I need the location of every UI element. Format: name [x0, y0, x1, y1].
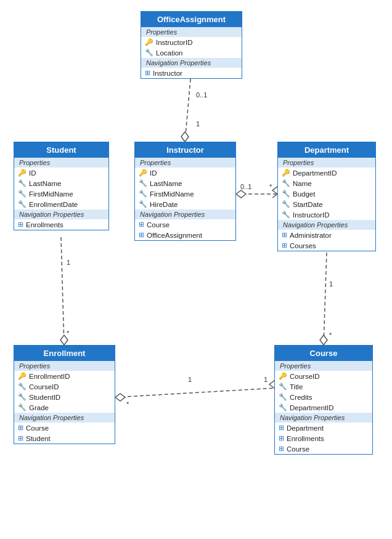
prop-name: LastName [29, 180, 61, 187]
prop-name: StartDate [293, 201, 323, 208]
entity-instructor: Instructor Properties 🔑 ID 🔧 LastName 🔧 … [134, 142, 236, 241]
student-props-label: Properties [14, 158, 108, 168]
course-header: Course [275, 346, 372, 361]
svg-line-9 [115, 388, 274, 397]
nav-icon: ⊞ [282, 241, 287, 249]
officeassignment-props-label: Properties [141, 27, 242, 37]
instructor-nav-label: Navigation Properties [135, 209, 235, 219]
enrollment-header: Enrollment [14, 346, 115, 361]
course-nav-label: Navigation Properties [275, 413, 372, 423]
svg-marker-10 [115, 394, 125, 401]
officeassignment-header: OfficeAssignment [141, 12, 242, 27]
prop-row: 🔑 ID [135, 168, 235, 178]
prop-name: Grade [29, 404, 49, 411]
prop-name: FirstMidName [29, 190, 73, 198]
prop-row: 🔧 StudentID [14, 392, 115, 402]
nav-icon: ⊞ [18, 221, 23, 229]
department-nav-label: Navigation Properties [278, 220, 375, 230]
wrench-icon: 🔧 [145, 49, 153, 57]
key-icon: 🔑 [139, 169, 147, 177]
prop-row: 🔑 InstructorID [141, 37, 242, 47]
prop-name: LastName [150, 180, 182, 187]
enrollment-props-label: Properties [14, 361, 115, 371]
wrench-icon: 🔧 [282, 211, 290, 219]
wrench-icon: 🔧 [279, 383, 287, 391]
svg-marker-3 [236, 190, 246, 198]
prop-name: HireDate [150, 201, 178, 208]
svg-line-0 [185, 73, 191, 142]
prop-name: EnrollmentDate [29, 201, 78, 208]
prop-name: CourseID [29, 383, 59, 391]
instructor-header: Instructor [135, 142, 235, 158]
wrench-icon: 🔧 [18, 383, 27, 391]
prop-name: Title [290, 383, 303, 391]
nav-icon: ⊞ [145, 69, 150, 77]
prop-row: 🔑 CourseID [275, 371, 372, 381]
enroll-course-star: * [126, 400, 129, 408]
prop-name: ID [150, 169, 157, 177]
prop-name: Department [287, 424, 324, 432]
prop-row: 🔧 LastName [14, 178, 108, 188]
wrench-icon: 🔧 [18, 190, 27, 198]
prop-name: DepartmentID [293, 169, 337, 177]
department-header: Department [278, 142, 375, 158]
prop-row: 🔧 Grade [14, 402, 115, 413]
nav-icon: ⊞ [139, 231, 144, 239]
prop-row: 🔧 Credits [275, 392, 372, 402]
svg-marker-8 [320, 335, 327, 345]
wrench-icon: 🔧 [18, 403, 27, 411]
key-icon: 🔑 [18, 169, 27, 177]
prop-name: DepartmentID [290, 404, 334, 411]
prop-name: StudentID [29, 394, 60, 401]
oa-label-1: 1 [196, 120, 200, 128]
entity-department: Department Properties 🔑 DepartmentID 🔧 N… [277, 142, 376, 251]
prop-name: Course [287, 445, 309, 453]
prop-row: 🔧 Title [275, 381, 372, 392]
wrench-icon: 🔧 [139, 179, 147, 187]
student-nav-label: Navigation Properties [14, 209, 108, 219]
prop-name: FirstMidName [150, 190, 194, 198]
student-enroll-1: 1 [67, 259, 70, 266]
entity-officeassignment: OfficeAssignment Properties 🔑 Instructor… [141, 11, 242, 79]
svg-marker-6 [60, 335, 68, 345]
inst-dept-label-star: * [269, 183, 272, 190]
officeassignment-nav-label: Navigation Properties [141, 58, 242, 68]
prop-name: Credits [290, 394, 312, 401]
svg-line-7 [324, 253, 327, 345]
student-header: Student [14, 142, 108, 158]
inst-dept-label-01: 0..1 [240, 183, 251, 190]
connector-layer: 0..1 1 0..1 * 1 * 1 * * 1 1 [0, 0, 392, 539]
prop-row: ⊞ Enrollments [14, 219, 108, 230]
prop-row: ⊞ Student [14, 433, 115, 444]
student-enroll-star: * [67, 330, 70, 337]
nav-icon: ⊞ [279, 434, 284, 442]
key-icon: 🔑 [279, 372, 287, 380]
prop-row: ⊞ Course [14, 423, 115, 433]
wrench-icon: 🔧 [279, 403, 287, 411]
dept-course-star: * [329, 331, 332, 339]
nav-icon: ⊞ [139, 221, 144, 229]
prop-name: InstructorID [156, 39, 192, 46]
prop-row: ⊞ OfficeAssignment [135, 230, 235, 240]
prop-row: ⊞ Administrator [278, 230, 375, 240]
dept-course-1: 1 [329, 280, 333, 288]
prop-row: 🔧 LastName [135, 178, 235, 188]
prop-row: ⊞ Courses [278, 240, 375, 251]
prop-name: ID [29, 169, 36, 177]
prop-row: ⊞ Course [135, 219, 235, 230]
prop-row: 🔑 EnrollmentID [14, 371, 115, 381]
wrench-icon: 🔧 [18, 200, 27, 208]
enrollment-nav-label: Navigation Properties [14, 413, 115, 423]
prop-row: 🔧 EnrollmentDate [14, 199, 108, 209]
prop-name: Administrator [290, 232, 332, 239]
prop-name: EnrollmentID [29, 373, 70, 380]
prop-name: Student [26, 435, 51, 442]
key-icon: 🔑 [145, 38, 153, 46]
wrench-icon: 🔧 [18, 393, 27, 401]
wrench-icon: 🔧 [139, 190, 147, 198]
prop-name: Enrollments [287, 435, 324, 442]
prop-row: 🔧 CourseID [14, 381, 115, 392]
prop-name: Location [156, 49, 182, 57]
wrench-icon: 🔧 [139, 200, 147, 208]
nav-icon: ⊞ [279, 445, 284, 453]
